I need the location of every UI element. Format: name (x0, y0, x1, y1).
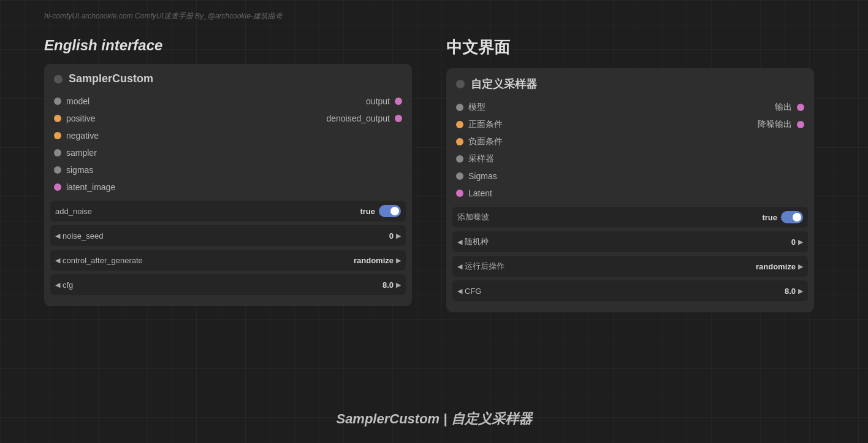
port-row-sigmas: sigmas (44, 161, 412, 179)
cn-port-name-model: 模型 (468, 102, 485, 113)
port-name-model: model (66, 96, 89, 106)
port-left-model: model (54, 96, 89, 106)
chinese-label: 中文界面 (446, 37, 824, 58)
english-node-header: SamplerCustom (44, 72, 412, 93)
english-controls: add_noise true ◀ noise_seed 0 ▶ ◀ c (44, 201, 412, 295)
toggle-add-noise[interactable] (379, 205, 401, 217)
cn-control-noise-seed-value: 0 (791, 237, 796, 247)
cn-arrow-left-cfg[interactable]: ◀ (457, 287, 462, 295)
cn-port-out-dot-denoised (797, 121, 804, 128)
control-noise-seed-label: noise_seed (63, 231, 387, 241)
control-after-generate: ◀ control_after_generate randomize ▶ (50, 250, 406, 271)
cn-port-left-sigmas: Sigmas (456, 171, 497, 181)
cn-arrow-right-cfg[interactable]: ▶ (798, 287, 803, 295)
port-name-latent: latent_image (66, 182, 115, 192)
port-left-sigmas: sigmas (54, 165, 93, 175)
english-label: English interface (44, 37, 422, 54)
cn-control-after-generate: ◀ 运行后操作 randomize ▶ (452, 256, 808, 277)
cn-toggle-add-noise[interactable] (781, 211, 803, 223)
control-after-label: control_after_generate (63, 256, 351, 265)
cn-arrow-right-noise-seed[interactable]: ▶ (798, 238, 803, 246)
cn-port-name-sampler: 采样器 (468, 153, 494, 164)
cn-port-row-positive: 正面条件 降噪输出 (446, 116, 814, 133)
cn-arrow-right-after[interactable]: ▶ (798, 263, 803, 271)
cn-port-row-sigmas: Sigmas (446, 168, 814, 185)
port-name-sigmas: sigmas (66, 165, 93, 175)
control-add-noise: add_noise true (50, 201, 406, 222)
port-left-negative: negative (54, 131, 99, 141)
chinese-controls: 添加噪波 true ◀ 随机种 0 ▶ ◀ 运行后操作 (446, 207, 814, 301)
cn-arrow-left-after[interactable]: ◀ (457, 263, 462, 271)
port-dot-negative (54, 132, 61, 139)
control-noise-seed: ◀ noise_seed 0 ▶ (50, 225, 406, 246)
port-name-negative: negative (66, 131, 99, 141)
cn-port-row-negative: 负面条件 (446, 133, 814, 150)
cn-port-name-positive: 正面条件 (468, 119, 503, 130)
cn-port-dot-latent (456, 190, 463, 197)
cn-port-left-sampler: 采样器 (456, 153, 494, 164)
cn-control-noise-seed: ◀ 随机种 0 ▶ (452, 231, 808, 252)
top-section: English interface SamplerCustom model ou… (0, 0, 868, 398)
english-node-card: SamplerCustom model output (44, 64, 412, 306)
port-left-positive: positive (54, 114, 95, 123)
port-row-model: model output (44, 93, 412, 110)
arrow-left-control-after[interactable]: ◀ (55, 256, 60, 264)
english-column: English interface SamplerCustom model ou… (44, 37, 422, 398)
cn-port-dot-positive (456, 121, 463, 128)
control-after-value: randomize (354, 256, 394, 265)
page-layout: hi-comfyUI.archcookie.com ComfyUI迷查手册 By… (0, 0, 868, 443)
arrow-right-cfg[interactable]: ▶ (396, 281, 401, 289)
cn-control-add-noise: 添加噪波 true (452, 207, 808, 228)
control-noise-seed-value: 0 (389, 231, 394, 241)
watermark-text: hi-comfyUI.archcookie.com ComfyUI迷查手册 By… (44, 12, 283, 20)
cn-port-left-model: 模型 (456, 102, 485, 113)
control-add-noise-value: true (360, 207, 375, 216)
cn-port-row-model: 模型 输出 (446, 99, 814, 116)
cn-port-left-negative: 负面条件 (456, 136, 503, 147)
port-row-latent: latent_image (44, 179, 412, 196)
port-row-positive: positive denoised_output (44, 110, 412, 127)
cn-port-row-latent: Latent (446, 185, 814, 202)
cn-port-dot-model (456, 104, 463, 111)
cn-port-out-dot-output (797, 104, 804, 111)
bottom-label: SamplerCustom | 自定义采样器 (0, 398, 868, 443)
cn-port-output-denoised: 降噪输出 (758, 119, 792, 130)
cn-control-cfg-label: CFG (465, 287, 782, 296)
watermark: hi-comfyUI.archcookie.com ComfyUI迷查手册 By… (44, 11, 283, 21)
control-cfg-label: cfg (63, 280, 380, 290)
cn-control-cfg-value: 8.0 (785, 287, 796, 296)
port-output-denoised: denoised_output (326, 114, 390, 123)
cn-port-dot-sigmas (456, 172, 463, 180)
cn-port-right-denoised: 降噪输出 (758, 119, 804, 130)
port-name-positive: positive (66, 114, 95, 123)
english-node-title: SamplerCustom (69, 72, 153, 85)
cn-port-left-latent: Latent (456, 188, 492, 198)
english-node-dot (54, 75, 63, 83)
cn-port-row-sampler: 采样器 (446, 150, 814, 168)
chinese-column: 中文界面 自定义采样器 模型 输出 (446, 37, 824, 398)
port-left-sampler: sampler (54, 148, 97, 158)
arrow-right-noise-seed[interactable]: ▶ (396, 232, 401, 240)
cn-control-cfg: ◀ CFG 8.0 ▶ (452, 280, 808, 301)
cn-port-dot-negative (456, 138, 463, 145)
cn-port-left-positive: 正面条件 (456, 119, 503, 130)
arrow-left-cfg[interactable]: ◀ (55, 281, 60, 289)
control-add-noise-label: add_noise (55, 207, 356, 216)
cn-arrow-left-noise-seed[interactable]: ◀ (457, 238, 462, 246)
chinese-node-header: 自定义采样器 (446, 77, 814, 99)
port-dot-positive (54, 115, 61, 122)
arrow-right-control-after[interactable]: ▶ (396, 256, 401, 264)
cn-control-noise-seed-label: 随机种 (465, 236, 789, 247)
port-output-name: output (366, 96, 390, 106)
arrow-left-noise-seed[interactable]: ◀ (55, 232, 60, 240)
cn-port-dot-sampler (456, 155, 463, 163)
port-out-dot-denoised (395, 115, 402, 122)
port-dot-model (54, 98, 61, 105)
cn-port-name-negative: 负面条件 (468, 136, 503, 147)
cn-port-name-latent: Latent (468, 188, 492, 198)
cn-control-after-label: 运行后操作 (465, 261, 753, 272)
port-out-dot-output (395, 98, 402, 105)
chinese-node-dot (456, 80, 465, 88)
control-cfg: ◀ cfg 8.0 ▶ (50, 274, 406, 295)
cn-port-right-output: 输出 (775, 102, 804, 113)
